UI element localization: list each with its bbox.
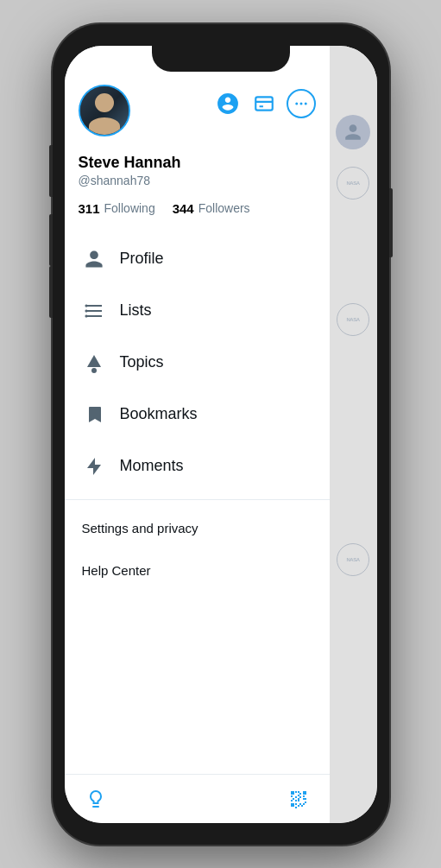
bottom-bar	[65, 774, 330, 823]
svg-rect-24	[298, 791, 299, 793]
followers-count: 344	[173, 201, 194, 216]
qr-icon[interactable]	[288, 789, 309, 809]
main-content: Steve Hannah @shannah78 311 Following 34…	[65, 46, 330, 823]
menu-item-lists[interactable]: Lists	[65, 285, 330, 337]
svg-rect-28	[298, 798, 299, 800]
topics-label: Topics	[120, 353, 164, 371]
profile-label: Profile	[120, 250, 164, 268]
avatar[interactable]	[79, 85, 130, 136]
nasa-logo-2: NASA	[337, 303, 369, 336]
svg-rect-39	[301, 805, 303, 807]
topics-icon	[82, 351, 106, 375]
svg-rect-34	[291, 800, 293, 801]
svg-marker-16	[87, 355, 101, 367]
menu-item-moments[interactable]: Moments	[65, 440, 330, 492]
svg-rect-1	[255, 97, 273, 110]
svg-point-5	[299, 102, 302, 105]
svg-rect-31	[305, 798, 306, 800]
person-icon	[82, 247, 106, 271]
nasa-logo-1: NASA	[337, 167, 369, 200]
svg-point-14	[85, 309, 87, 312]
notch	[152, 46, 290, 72]
following-count: 311	[79, 201, 100, 216]
svg-rect-22	[295, 791, 297, 793]
menu-section: Profile	[65, 230, 330, 774]
settings-item[interactable]: Settings and privacy	[82, 507, 312, 549]
user-handle: @shannah78	[79, 174, 316, 187]
following-stat[interactable]: 311 Following	[79, 201, 155, 216]
svg-rect-36	[298, 800, 299, 801]
svg-point-13	[85, 304, 87, 307]
phone-screen: NASA NASA NASA	[65, 46, 377, 823]
svg-rect-33	[295, 803, 297, 805]
svg-rect-27	[295, 796, 297, 798]
avatar-inner	[80, 86, 129, 135]
svg-rect-20	[303, 791, 306, 795]
lists-label: Lists	[120, 301, 152, 320]
svg-rect-19	[291, 791, 294, 795]
svg-rect-30	[303, 795, 305, 797]
svg-point-4	[295, 102, 298, 105]
moments-icon	[82, 454, 106, 478]
svg-rect-41	[298, 805, 299, 807]
lists-icon	[82, 299, 106, 323]
svg-rect-35	[293, 798, 294, 800]
svg-rect-38	[303, 803, 305, 805]
svg-rect-23	[291, 795, 293, 797]
svg-rect-42	[295, 807, 297, 808]
bookmarks-label: Bookmarks	[120, 405, 198, 423]
side-avatar-top	[336, 115, 370, 149]
secondary-menu: Settings and privacy Help Center	[65, 507, 330, 592]
stats-row: 311 Following 344 Followers	[65, 187, 330, 230]
svg-rect-37	[299, 803, 301, 805]
menu-item-bookmarks[interactable]: Bookmarks	[65, 389, 330, 440]
svg-point-17	[91, 368, 97, 373]
bookmarks-icon	[82, 402, 106, 427]
svg-point-6	[304, 102, 306, 105]
followers-label: Followers	[198, 201, 250, 215]
followers-stat[interactable]: 344 Followers	[173, 201, 250, 216]
svg-rect-26	[298, 795, 299, 796]
display-name: Steve Hannah	[79, 154, 316, 172]
header-icons	[214, 85, 316, 118]
menu-item-profile[interactable]: Profile	[65, 233, 330, 285]
side-panel: NASA NASA NASA	[330, 46, 377, 823]
nasa-logo-3: NASA	[337, 543, 369, 576]
svg-rect-43	[295, 800, 297, 801]
following-label: Following	[104, 201, 155, 215]
svg-rect-21	[291, 803, 294, 807]
user-info: Steve Hannah @shannah78	[65, 147, 330, 187]
phone-frame: NASA NASA NASA	[0, 0, 441, 868]
svg-rect-29	[299, 796, 301, 798]
menu-item-topics[interactable]: Topics	[65, 337, 330, 389]
lightbulb-icon[interactable]	[85, 789, 106, 809]
svg-point-15	[85, 314, 87, 317]
help-item[interactable]: Help Center	[82, 549, 312, 592]
more-button[interactable]	[287, 89, 316, 118]
cards-icon[interactable]	[250, 90, 278, 117]
account-icon[interactable]	[214, 90, 242, 117]
svg-rect-40	[305, 801, 306, 803]
menu-divider	[65, 499, 330, 500]
moments-label: Moments	[120, 457, 184, 475]
phone-outer: NASA NASA NASA	[53, 24, 389, 845]
svg-marker-18	[87, 458, 101, 475]
svg-rect-32	[303, 798, 305, 800]
svg-rect-25	[299, 793, 301, 795]
